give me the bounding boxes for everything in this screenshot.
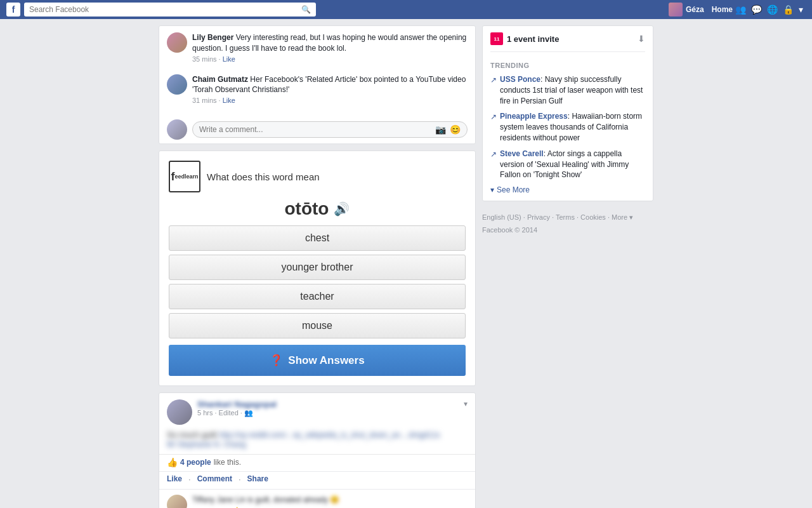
messages-icon[interactable]: 💬 — [751, 4, 762, 15]
divider — [490, 51, 645, 52]
quiz-option[interactable]: younger brother — [169, 255, 466, 280]
trend-text: Steve Carell: Actor sings a cappella ver… — [500, 149, 645, 180]
trend-title[interactable]: Steve Carell — [500, 149, 544, 158]
quiz-header: f eed learn What does this word mean — [169, 161, 466, 192]
likes-count[interactable]: 4 people — [180, 458, 211, 467]
trend-text: USS Ponce: Navy ship successfully conduc… — [500, 74, 645, 106]
trending-title: TRENDING — [490, 62, 645, 69]
comment-item: Lily Benger Very interesting read, but I… — [159, 26, 475, 69]
comment-icons: 📷 😊 — [435, 124, 461, 135]
post-tag[interactable]: M/ Stephanie N. Chang — [167, 440, 246, 449]
speaker-icon[interactable]: 🔊 — [334, 201, 350, 217]
post-chevron-icon[interactable]: ▾ — [464, 399, 468, 408]
trending-item: ↗ Steve Carell: Actor sings a cappella v… — [490, 149, 645, 180]
sidebar-column: 11 1 event invite ⬇ TRENDING ↗ USS Ponce… — [482, 25, 653, 508]
comment-input-wrap[interactable]: 📷 😊 — [192, 121, 468, 138]
trending-item: ↗ Pineapple Express: Hawaiian-born storm… — [490, 111, 645, 143]
nav-user[interactable]: Géza — [669, 3, 704, 17]
comment-author[interactable]: Chaim Gutmatz — [192, 75, 248, 84]
write-comment-area: 📷 😊 — [159, 116, 475, 144]
post-text: So much guilt — [167, 430, 217, 439]
trending-item: ↗ USS Ponce: Navy ship successfully cond… — [490, 74, 645, 106]
thumbs-up-icon: 👍 — [167, 457, 178, 467]
avatar — [167, 399, 192, 425]
reply-author[interactable]: Tiffany Jane Lin is guilt, donated alrea… — [192, 495, 339, 505]
event-calendar-icon: 11 — [490, 32, 503, 45]
comment-body: Very interesting read, but I was hoping … — [192, 33, 466, 53]
main-column: Lily Benger Very interesting read, but I… — [159, 25, 476, 508]
question-icon: ❓ — [270, 354, 283, 367]
footer-language[interactable]: English (US) — [482, 213, 521, 221]
footer-more[interactable]: More ▾ — [612, 213, 633, 221]
share-action[interactable]: Share — [247, 474, 268, 484]
quiz-logo: f eed learn — [169, 161, 200, 192]
comment-author[interactable]: Lily Benger — [192, 33, 233, 42]
comment-input[interactable] — [199, 125, 435, 134]
show-answers-label: Show Answers — [288, 354, 364, 367]
friends-icon-small: 👥 — [244, 409, 253, 417]
comment-meta: 31 mins · Like — [192, 97, 468, 104]
comment-action[interactable]: Comment — [197, 474, 232, 484]
lock-icon[interactable]: 🔒 — [783, 4, 794, 15]
camera-icon[interactable]: 📷 — [435, 124, 446, 135]
trend-arrow-icon: ↗ — [490, 76, 497, 84]
event-invite-text[interactable]: 1 event invite — [507, 34, 638, 44]
avatar — [669, 3, 683, 17]
search-icon: 🔍 — [301, 5, 311, 14]
comment-time: 31 mins — [192, 97, 217, 104]
comment-text: Chaim Gutmatz Her Facebook's 'Related Ar… — [192, 74, 468, 96]
footer-cookies[interactable]: Cookies — [580, 213, 606, 221]
comment-like-link[interactable]: Like — [223, 55, 235, 63]
globe-icon[interactable]: 🌐 — [767, 4, 778, 15]
trend-title[interactable]: USS Ponce — [500, 75, 540, 84]
friends-icon[interactable]: 👥 — [735, 4, 746, 15]
trend-arrow-icon: ↗ — [490, 150, 497, 159]
trend-arrow-icon: ↗ — [490, 112, 497, 121]
footer-terms[interactable]: Terms — [556, 213, 575, 221]
search-input[interactable] — [29, 5, 301, 14]
quiz-option[interactable]: teacher — [169, 284, 466, 309]
event-invite-card: 11 1 event invite ⬇ TRENDING ↗ USS Ponce… — [482, 25, 653, 201]
trend-title[interactable]: Pineapple Express — [500, 112, 568, 121]
avatar — [167, 119, 187, 140]
facebook-logo[interactable]: f — [6, 3, 20, 17]
comment-bubble: Lily Benger Very interesting read, but I… — [192, 32, 468, 63]
avatar — [167, 495, 187, 508]
post-link[interactable]: http://np.reddit.com/...np_wikipedia_is_… — [219, 431, 440, 439]
show-answers-button[interactable]: ❓ Show Answers — [169, 345, 466, 376]
post-author-name[interactable]: Shankari Nagagopal — [197, 399, 464, 409]
home-link[interactable]: Home — [712, 5, 733, 14]
see-more-label: See More — [497, 185, 530, 194]
post-info: Shankari Nagagopal 5 hrs · Edited · 👥 — [197, 399, 464, 417]
emoji-icon[interactable]: 😊 — [450, 124, 461, 135]
comment-time: 35 mins — [192, 55, 217, 63]
quiz-word: otōto 🔊 — [169, 199, 466, 219]
post-meta: 5 hrs · Edited · 👥 — [197, 409, 464, 417]
see-more-button[interactable]: ▾ See More — [490, 185, 645, 194]
comment-like-link[interactable]: Like — [223, 97, 235, 104]
comment-text: Tiffany Jane Lin is guilt, donated alrea… — [192, 495, 468, 505]
trend-text: Pineapple Express: Hawaiian-born storm s… — [500, 111, 645, 143]
sidebar-footer: English (US) · Privacy · Terms · Cookies… — [482, 208, 653, 241]
page-wrap: Lily Benger Very interesting read, but I… — [0, 19, 812, 508]
post-card: Shankari Nagagopal 5 hrs · Edited · 👥 ▾ … — [159, 392, 476, 508]
post-actions: Like · Comment · Share — [159, 472, 475, 489]
reply-comment: Tiffany Jane Lin is guilt, donated alrea… — [159, 490, 475, 508]
like-action[interactable]: Like — [167, 474, 182, 484]
comment-bubble: Tiffany Jane Lin is guilt, donated alrea… — [192, 495, 468, 508]
chevron-down-icon[interactable]: ▾ — [799, 4, 803, 15]
avatar — [167, 74, 187, 95]
quiz-option[interactable]: mouse — [169, 313, 466, 338]
quiz-widget: f eed learn What does this word mean otō… — [159, 150, 476, 386]
quiz-option[interactable]: chest — [169, 225, 466, 251]
download-icon[interactable]: ⬇ — [638, 34, 645, 44]
comments-card: Lily Benger Very interesting read, but I… — [159, 25, 476, 144]
search-bar[interactable]: 🔍 — [24, 3, 316, 17]
post-header: Shankari Nagagopal 5 hrs · Edited · 👥 ▾ — [159, 393, 475, 427]
comment-text: Lily Benger Very interesting read, but I… — [192, 32, 468, 54]
post-content: So much guilt http://np.reddit.com/...np… — [159, 427, 475, 454]
footer-privacy[interactable]: Privacy — [527, 213, 550, 221]
quiz-options: chest younger brother teacher mouse — [169, 225, 466, 338]
quiz-card-body: f eed learn What does this word mean otō… — [159, 151, 475, 385]
event-invite: 11 1 event invite ⬇ — [490, 32, 645, 45]
